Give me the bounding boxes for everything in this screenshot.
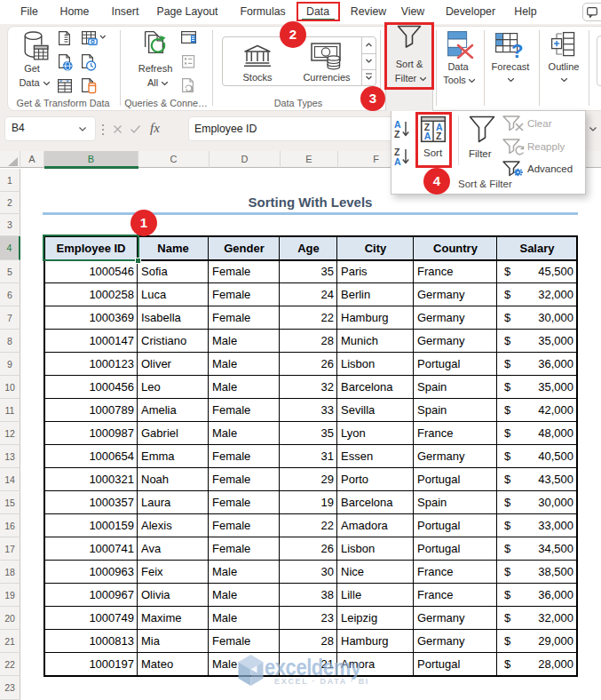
- svg-text:Z: Z: [394, 129, 400, 139]
- svg-text:?: ?: [511, 40, 523, 60]
- svg-text:A: A: [394, 156, 401, 167]
